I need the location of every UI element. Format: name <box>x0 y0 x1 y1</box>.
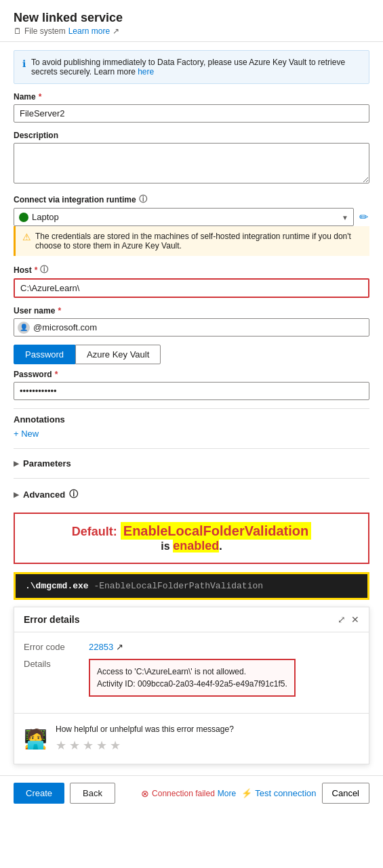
error-code-link[interactable]: 22853 <box>89 642 113 652</box>
advanced-tooltip-icon: ⓘ <box>69 488 78 500</box>
error-details-row: Details Access to 'C:\AzureLearn\' is no… <box>24 659 359 697</box>
error-code-value: 22853 ↗ <box>89 642 123 652</box>
credential-tab-row: Password Azure Key Vault <box>14 345 369 364</box>
runtime-label: Connect via integration runtime ⓘ <box>14 194 369 205</box>
error-details-line2: Activity ID: 009bcca0-2a03-4e4f-92a5-e49… <box>97 679 287 689</box>
learn-more-link[interactable]: Learn more <box>68 26 110 36</box>
error-details-label: Details <box>24 659 78 697</box>
back-button[interactable]: Back <box>70 783 115 804</box>
green-dot <box>19 213 28 222</box>
user-avatar: 👤 <box>18 322 30 334</box>
password-input[interactable] <box>14 382 369 400</box>
default-message-box: Default: EnableLocalFolderValidation is … <box>14 513 369 564</box>
advanced-expander[interactable]: ▶ Advanced ⓘ <box>14 484 369 504</box>
runtime-select[interactable]: Laptop <box>14 208 354 226</box>
default-highlight: EnableLocalFolderValidation <box>121 522 311 540</box>
bottom-bar: Create Back ⊗ Connection failed More ⚡ T… <box>0 775 383 810</box>
divider-2 <box>14 448 369 449</box>
divider-3 <box>14 478 369 479</box>
username-input[interactable] <box>14 318 369 337</box>
cancel-button[interactable]: Cancel <box>322 783 369 804</box>
panel: New linked service 🗒 File system Learn m… <box>0 0 383 868</box>
host-label: Host * ⓘ <box>14 264 369 276</box>
error-panel-expand-button[interactable]: ⤢ <box>338 614 346 625</box>
password-tab[interactable]: Password <box>14 345 75 364</box>
feedback-question: How helpful or unhelpful was this error … <box>56 724 234 734</box>
star-2[interactable]: ★ <box>69 738 80 753</box>
description-group: Description <box>14 131 369 186</box>
create-button[interactable]: Create <box>14 783 64 804</box>
password-required: * <box>55 370 58 379</box>
parameters-chevron: ▶ <box>14 460 19 467</box>
name-input[interactable] <box>14 104 369 123</box>
runtime-edit-button[interactable]: ✏ <box>358 209 369 225</box>
info-banner: ℹ To avoid publishing immediately to Dat… <box>14 50 369 84</box>
name-label: Name * <box>14 92 369 102</box>
description-label: Description <box>14 131 369 140</box>
host-group: Host * ⓘ <box>14 264 369 298</box>
add-new-button[interactable]: + New <box>14 427 39 440</box>
header: New linked service 🗒 File system Learn m… <box>0 0 383 42</box>
parameters-label: Parameters <box>23 458 71 469</box>
bottom-right-controls: ⊗ Connection failed More ⚡ Test connecti… <box>141 783 369 804</box>
star-4[interactable]: ★ <box>96 738 107 753</box>
name-required: * <box>39 92 42 102</box>
annotations-group: Annotations + New <box>14 414 369 440</box>
error-panel-icons: ⤢ ✕ <box>338 614 359 625</box>
error-panel-title: Error details <box>24 614 79 625</box>
cmd-flag: -EnableLocalFolderPathValidation <box>94 581 263 591</box>
annotations-label: Annotations <box>14 414 369 425</box>
default-period: . <box>219 540 222 552</box>
password-group: Password Azure Key Vault Password * <box>14 345 369 400</box>
test-connection-button[interactable]: ⚡ Test connection <box>241 788 316 798</box>
advanced-chevron: ▶ <box>14 491 19 498</box>
cmd-exe: .\dmgcmd.exe <box>25 581 89 591</box>
host-required: * <box>35 265 38 275</box>
warning-text: The credentials are stored in the machin… <box>35 232 363 251</box>
star-rating: ★ ★ ★ ★ ★ <box>56 738 234 753</box>
name-group: Name * <box>14 92 369 123</box>
warning-icon: ⚠ <box>22 232 31 251</box>
default-suffix: is <box>161 540 173 552</box>
error-panel-header: Error details ⤢ ✕ <box>14 607 369 632</box>
runtime-tooltip-icon: ⓘ <box>139 194 147 205</box>
subtitle: 🗒 File system Learn more ↗ <box>14 26 369 36</box>
more-link[interactable]: More <box>218 789 236 798</box>
info-icon: ℹ <box>22 58 26 77</box>
error-body: Error code 22853 ↗ Details Access to 'C:… <box>14 632 369 713</box>
bottom-left-buttons: Create Back <box>14 783 115 804</box>
runtime-group: Connect via integration runtime ⓘ Laptop… <box>14 194 369 256</box>
error-code-row: Error code 22853 ↗ <box>24 642 359 652</box>
azure-kv-tab[interactable]: Azure Key Vault <box>75 345 161 364</box>
test-conn-icon: ⚡ <box>241 788 252 798</box>
error-code-link-icon: ↗ <box>116 642 123 652</box>
form-body: Name * Description Connect via integrati… <box>0 92 383 504</box>
divider-1 <box>14 408 369 409</box>
external-link-icon: ↗ <box>113 26 119 36</box>
username-label: User name * <box>14 306 369 316</box>
error-panel-close-button[interactable]: ✕ <box>351 614 359 625</box>
info-banner-link[interactable]: here <box>138 67 154 77</box>
host-tooltip-icon: ⓘ <box>40 264 48 276</box>
description-textarea[interactable] <box>14 143 369 183</box>
star-3[interactable]: ★ <box>83 738 94 753</box>
subtitle-text: File system <box>24 26 66 36</box>
command-box: .\dmgcmd.exe -EnableLocalFolderPathValid… <box>14 572 369 600</box>
host-input[interactable] <box>14 278 369 298</box>
runtime-row: Laptop ▼ ✏ <box>14 208 369 226</box>
runtime-select-wrapper: Laptop ▼ <box>14 208 354 226</box>
error-details-line1: Access to 'C:\AzureLearn\' is not allowe… <box>97 667 246 676</box>
warning-banner: ⚠ The credentials are stored in the mach… <box>14 226 369 256</box>
star-5[interactable]: ★ <box>110 738 121 753</box>
file-icon: 🗒 <box>14 26 22 36</box>
default-prefix: Default: <box>72 525 121 538</box>
error-code-label: Error code <box>24 642 78 652</box>
fail-icon: ⊗ <box>141 788 149 799</box>
parameters-expander[interactable]: ▶ Parameters <box>14 454 369 473</box>
connection-failed-badge: ⊗ Connection failed More <box>141 788 236 799</box>
star-1[interactable]: ★ <box>56 738 66 753</box>
panel-title: New linked service <box>14 11 369 25</box>
feedback-avatar-icon: 🧑‍💻 <box>24 728 47 750</box>
error-panel: Error details ⤢ ✕ Error code 22853 ↗ Det… <box>14 607 369 764</box>
advanced-label: Advanced <box>23 490 65 500</box>
